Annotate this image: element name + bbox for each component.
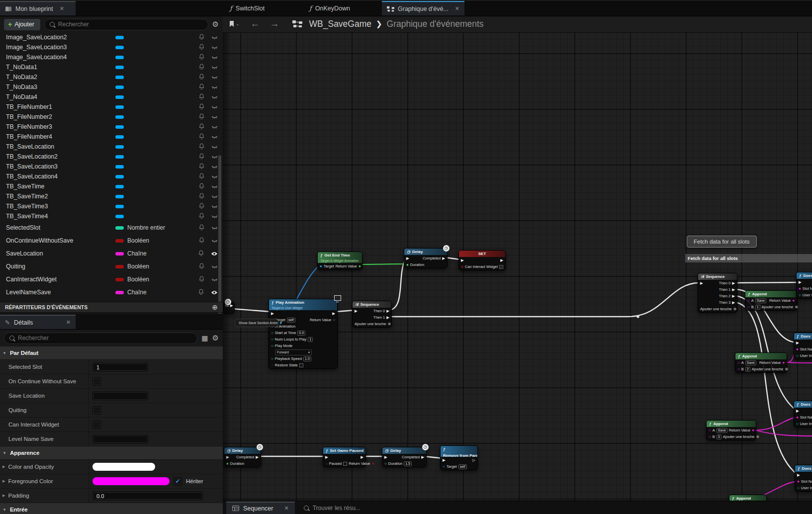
scrollbar[interactable] bbox=[218, 155, 221, 327]
exec-pin[interactable]: ▶ bbox=[732, 288, 735, 292]
node-append-1[interactable]: ƒAppend○ASaveReturn Value●○B1Ajouter une… bbox=[745, 290, 797, 311]
pin-value[interactable]: 1.0 bbox=[303, 356, 311, 361]
pin-value[interactable]: Save bbox=[755, 298, 766, 303]
data-pin[interactable]: ● bbox=[359, 264, 361, 268]
data-pin[interactable]: ● bbox=[372, 462, 374, 466]
graph-canvas[interactable]: ◷rd▶ƒPlay AnimationTarget is User Widget… bbox=[223, 15, 812, 514]
data-pin[interactable]: ○ bbox=[747, 305, 750, 309]
tab-mon-blueprint[interactable]: Mon blueprint ✕ bbox=[0, 1, 76, 15]
node-does-save-1[interactable]: ƒDoes Sav▶●Slot Nam○User Inde bbox=[796, 272, 812, 299]
data-pin[interactable]: ● bbox=[797, 480, 800, 484]
variable-row[interactable]: Image_SaveLocation4 bbox=[0, 52, 223, 62]
blueprint-search-input[interactable]: Rechercher bbox=[44, 19, 208, 30]
visibility-toggle[interactable] bbox=[211, 212, 218, 221]
variable-row[interactable]: TB_SaveTime bbox=[0, 181, 223, 191]
node-play-animation[interactable]: ƒPlay AnimationTarget is User Widget▶▶○T… bbox=[269, 299, 338, 369]
visibility-toggle[interactable] bbox=[211, 73, 218, 82]
exec-pin[interactable]: ▶ bbox=[386, 309, 389, 313]
pin-value[interactable]: 1 bbox=[308, 337, 313, 342]
pin-value[interactable]: Save bbox=[745, 360, 756, 365]
data-pin[interactable]: ○ bbox=[271, 331, 273, 335]
section-header[interactable]: ▼Apparence bbox=[0, 446, 223, 460]
exec-pin[interactable]: ▶ bbox=[443, 458, 446, 462]
bell-icon[interactable] bbox=[199, 43, 204, 52]
wire[interactable] bbox=[735, 302, 798, 475]
bell-icon[interactable] bbox=[199, 33, 204, 42]
pin-checkbox[interactable] bbox=[343, 462, 347, 466]
exec-pin[interactable]: ▶ bbox=[355, 309, 358, 313]
add-pin-icon[interactable]: ⊕ bbox=[756, 434, 759, 439]
bell-icon[interactable] bbox=[199, 142, 204, 151]
wire[interactable] bbox=[361, 264, 405, 264]
visibility-toggle[interactable] bbox=[211, 249, 218, 258]
exec-pin[interactable]: ▶ bbox=[796, 341, 799, 345]
breadcrumb-root[interactable]: WB_SaveGame bbox=[309, 19, 371, 29]
pin-checkbox[interactable]: ✓ bbox=[499, 265, 503, 269]
visibility-toggle[interactable] bbox=[211, 102, 218, 111]
exec-pin[interactable]: ▶ bbox=[271, 312, 274, 316]
bookmark-button[interactable]: ⌄ bbox=[229, 20, 240, 27]
bell-icon[interactable] bbox=[199, 92, 204, 101]
node-delay-1[interactable]: ◷Delay◷▶Completed▶●Duration bbox=[404, 248, 448, 268]
exec-pin[interactable]: ▶ bbox=[406, 257, 409, 260]
visibility-toggle[interactable] bbox=[211, 112, 218, 121]
variable-row[interactable]: LevelNameSaveChaîne bbox=[0, 286, 223, 299]
variable-row[interactable]: TB_SaveLocation bbox=[0, 142, 223, 152]
gear-icon[interactable]: ⚙ bbox=[212, 20, 219, 29]
bell-icon[interactable] bbox=[199, 212, 204, 221]
variable-row[interactable]: TB_FileNumber4 bbox=[0, 132, 223, 142]
data-pin[interactable]: ○ bbox=[796, 422, 799, 426]
variable-row[interactable]: TB_SaveTime4 bbox=[0, 211, 223, 221]
tab-switchslot[interactable]: ƒSwitchSlot bbox=[225, 1, 270, 15]
visibility-toggle[interactable] bbox=[211, 162, 218, 171]
variable-row[interactable]: TB_SaveLocation3 bbox=[0, 162, 223, 171]
data-pin[interactable]: ○ bbox=[271, 363, 273, 367]
details-input[interactable]: 1 bbox=[92, 363, 148, 371]
variable-row[interactable]: TB_FileNumber2 bbox=[0, 112, 223, 122]
close-icon[interactable]: ✕ bbox=[455, 5, 459, 12]
bell-icon[interactable] bbox=[199, 53, 204, 62]
visibility-toggle[interactable] bbox=[211, 202, 218, 211]
data-pin[interactable]: ○ bbox=[333, 318, 335, 322]
wire[interactable] bbox=[390, 283, 699, 317]
variable-row[interactable]: TB_SaveTime2 bbox=[0, 191, 223, 201]
exec-pin[interactable]: ▶ bbox=[361, 455, 363, 459]
visibility-toggle[interactable] bbox=[211, 33, 218, 42]
visibility-toggle[interactable] bbox=[211, 262, 218, 271]
visibility-toggle[interactable] bbox=[211, 223, 218, 232]
exec-pin[interactable]: ▶ bbox=[799, 280, 802, 284]
exec-pin[interactable]: ▶ bbox=[500, 258, 503, 262]
visibility-toggle[interactable] bbox=[211, 152, 218, 161]
data-pin[interactable]: ● bbox=[752, 428, 754, 432]
pin-value[interactable]: 1.5 bbox=[404, 461, 412, 466]
bell-icon[interactable] bbox=[199, 102, 204, 111]
bell-icon[interactable] bbox=[199, 132, 204, 141]
exec-pin[interactable]: ▶ bbox=[386, 316, 389, 320]
wire[interactable] bbox=[735, 282, 799, 283]
event-dispatchers-header[interactable]: RÉPARTITEURS D'ÉVÉNEMENTS ⊕ bbox=[0, 302, 223, 313]
bell-icon[interactable] bbox=[199, 162, 204, 171]
close-icon[interactable]: ✕ bbox=[60, 5, 64, 12]
tab-sequencer[interactable]: Sequencer ✕ bbox=[226, 502, 295, 514]
variable-row[interactable]: T_NoData1 bbox=[0, 62, 223, 72]
node-sequence-2[interactable]: ⇉Sequence▶Then 0▶Then 1▶Then 2▶Then 3▶Aj… bbox=[698, 273, 737, 313]
bell-icon[interactable] bbox=[199, 275, 204, 284]
wire[interactable] bbox=[754, 430, 812, 436]
data-pin[interactable]: ● bbox=[796, 416, 799, 420]
visibility-toggle[interactable] bbox=[211, 83, 218, 91]
data-pin[interactable]: ○ bbox=[799, 293, 801, 297]
add-button[interactable]: + Ajouter bbox=[4, 19, 40, 30]
variable-row[interactable]: TB_SaveLocation4 bbox=[0, 171, 223, 181]
variable-row[interactable]: T_NoData4 bbox=[0, 92, 223, 102]
visibility-toggle[interactable] bbox=[211, 43, 218, 52]
visibility-toggle[interactable] bbox=[211, 192, 218, 201]
bell-icon[interactable] bbox=[198, 249, 204, 258]
variable-row[interactable]: SelectedSlotNombre entier bbox=[0, 221, 223, 234]
exec-pin[interactable]: ▶ bbox=[332, 312, 335, 316]
expand-icon[interactable]: ▶ bbox=[2, 494, 5, 498]
visibility-toggle[interactable] bbox=[211, 288, 218, 297]
variable-row[interactable]: T_NoData3 bbox=[0, 82, 223, 92]
comment-title[interactable]: Fetch data for all slots bbox=[685, 254, 812, 262]
reroute-node[interactable] bbox=[636, 315, 639, 318]
bell-icon[interactable] bbox=[199, 262, 204, 271]
